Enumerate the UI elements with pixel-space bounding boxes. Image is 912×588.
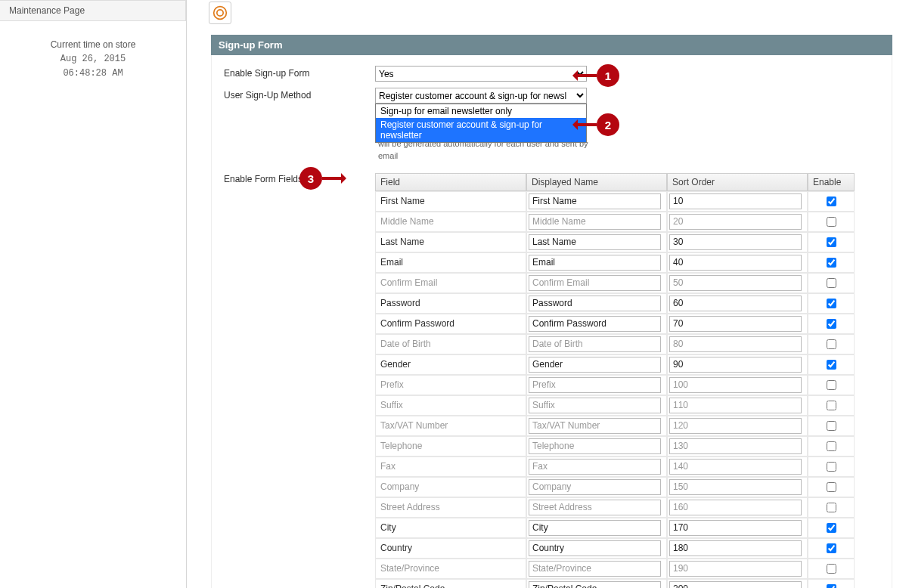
signup-method-option-2[interactable]: Register customer account & sign-up for … [376,118,586,142]
rss-icon [209,2,231,24]
sort-order-input[interactable] [669,418,802,434]
sort-order-input[interactable] [669,275,802,291]
th-displayed-name: Displayed Name [526,173,667,191]
sort-order-input[interactable] [669,336,802,352]
time-date: Aug 26, 2015 [0,52,186,67]
field-name-cell: Date of Birth [375,334,526,354]
main-panel: Sign-up Form Enable Sign-up Form Yes Use… [187,0,912,588]
signup-method-option-1[interactable]: Sign-up for email newsletter only [376,104,586,118]
sidebar-time-block: Current time on store Aug 26, 2015 06:48… [0,21,186,82]
sort-order-input[interactable] [669,214,802,230]
table-row: Date of Birth [375,334,855,354]
field-name-cell: State/Province [375,559,526,579]
sort-order-input[interactable] [669,479,802,495]
displayed-name-input[interactable] [529,500,661,515]
enable-field-checkbox[interactable] [827,339,836,349]
displayed-name-input[interactable] [529,561,661,577]
enable-field-checkbox[interactable] [827,217,836,227]
th-field: Field [375,173,526,191]
displayed-name-input[interactable] [529,316,661,332]
sidebar: Maintenance Page Current time on store A… [0,0,187,588]
displayed-name-input[interactable] [529,336,661,352]
table-row: First Name [375,191,855,212]
sort-order-input[interactable] [669,398,802,413]
displayed-name-input[interactable] [529,377,661,393]
table-row: Fax [375,456,855,477]
displayed-name-input[interactable] [529,479,661,495]
displayed-name-input[interactable] [529,357,661,373]
field-name-cell: Confirm Email [375,273,526,293]
sort-order-input[interactable] [669,500,802,515]
field-name-cell: Last Name [375,232,526,252]
signup-method-select[interactable]: Register customer account & sign-up for … [375,88,587,104]
displayed-name-input[interactable] [529,438,661,454]
enable-field-checkbox[interactable] [827,401,836,410]
sort-order-input[interactable] [669,581,802,588]
form-area: Enable Sign-up Form Yes User Sign-Up Met… [211,55,892,588]
enable-field-checkbox[interactable] [827,421,836,431]
enable-field-checkbox[interactable] [827,319,836,329]
displayed-name-input[interactable] [529,540,661,556]
svg-point-0 [214,7,227,20]
table-row: Company [375,477,855,497]
enable-field-checkbox[interactable] [827,380,836,390]
enable-field-checkbox[interactable] [827,258,836,268]
sort-order-input[interactable] [669,459,802,475]
sort-order-input[interactable] [669,438,802,454]
displayed-name-input[interactable] [529,459,661,475]
sort-order-input[interactable] [669,234,802,250]
sort-order-input[interactable] [669,377,802,393]
field-name-cell: Email [375,252,526,273]
enable-field-checkbox[interactable] [827,360,836,370]
enable-field-checkbox[interactable] [827,441,836,451]
sort-order-input[interactable] [669,193,802,209]
enable-field-checkbox[interactable] [827,237,836,247]
displayed-name-input[interactable] [529,193,661,209]
displayed-name-input[interactable] [529,418,661,434]
enable-field-checkbox[interactable] [827,564,836,574]
displayed-name-input[interactable] [529,581,661,588]
table-row: Telephone [375,436,855,456]
enable-field-checkbox[interactable] [827,584,836,588]
th-sort-order: Sort Order [667,173,808,191]
sort-order-input[interactable] [669,255,802,271]
field-name-cell: Middle Name [375,212,526,232]
field-name-cell: Suffix [375,395,526,416]
table-row: Confirm Email [375,273,855,293]
annotation-badge-3: 3 [299,167,322,190]
enable-field-checkbox[interactable] [827,503,836,512]
enable-signup-select[interactable]: Yes [375,66,587,82]
enable-field-checkbox[interactable] [827,482,836,492]
sort-order-input[interactable] [669,316,802,332]
annotation-arrow-1 [574,74,597,77]
field-name-cell: First Name [375,191,526,212]
enable-field-checkbox[interactable] [827,523,836,533]
sort-order-input[interactable] [669,561,802,577]
displayed-name-input[interactable] [529,214,661,230]
field-name-cell: Street Address [375,497,526,518]
displayed-name-input[interactable] [529,520,661,536]
enable-field-checkbox[interactable] [827,462,836,472]
sort-order-input[interactable] [669,520,802,536]
displayed-name-input[interactable] [529,296,661,311]
field-name-cell: Prefix [375,375,526,395]
field-name-cell: Gender [375,354,526,375]
field-name-cell: Company [375,477,526,497]
sidebar-item-maintenance[interactable]: Maintenance Page [0,0,186,21]
enable-field-checkbox[interactable] [827,543,836,553]
enable-field-checkbox[interactable] [827,299,836,308]
sort-order-input[interactable] [669,357,802,373]
table-row: Suffix [375,395,855,416]
annotation-arrow-2 [574,123,597,126]
sort-order-input[interactable] [669,296,802,311]
displayed-name-input[interactable] [529,398,661,413]
table-row: Middle Name [375,212,855,232]
sort-order-input[interactable] [669,540,802,556]
svg-point-1 [217,10,223,16]
enable-field-checkbox[interactable] [827,197,836,206]
displayed-name-input[interactable] [529,255,661,271]
enable-signup-label: Enable Sign-up Form [224,66,375,79]
enable-field-checkbox[interactable] [827,278,836,288]
displayed-name-input[interactable] [529,275,661,291]
displayed-name-input[interactable] [529,234,661,250]
